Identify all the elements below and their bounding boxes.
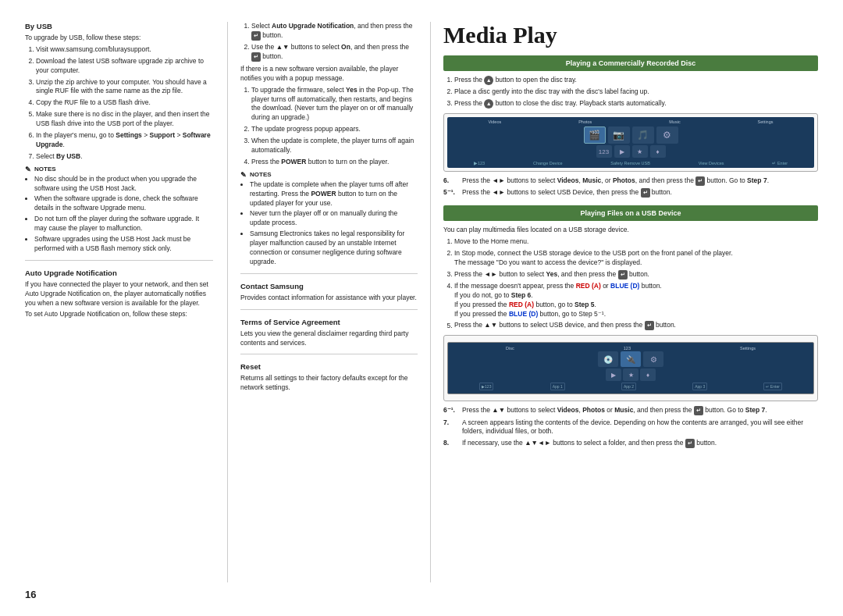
content-row: By USB To upgrade by USB, follow these s… <box>25 22 818 582</box>
label-music: Music <box>669 119 680 124</box>
popup-text: If there is a new software version avail… <box>240 65 418 84</box>
list-item: Move to the Home menu. <box>454 237 818 247</box>
separator <box>240 354 418 354</box>
top-steps: Select Auto Upgrade Notification, and th… <box>240 22 418 62</box>
label-settings: Settings <box>758 119 774 124</box>
left-column: By USB To upgrade by USB, follow these s… <box>25 22 228 582</box>
step-num-6: 6. <box>443 176 459 186</box>
bottom-item: ↵ Enter <box>772 161 788 166</box>
list-item: No disc should be in the product when yo… <box>34 175 213 194</box>
list-item: Visit www.samsung.com/bluraysupport. <box>36 45 213 55</box>
app1-icon: ▶ <box>606 369 621 381</box>
terms-body: Lets you view the general disclaimer reg… <box>240 329 418 348</box>
contact-samsung-title: Contact Samsung <box>240 282 418 290</box>
usb-labels-row: Disc 123 Settings <box>451 346 810 351</box>
list-item: Press the POWER button to turn on the pl… <box>251 158 418 167</box>
usb-bottom-bar: ▶123 App 1 App 2 App 3 ↵ Enter <box>451 383 810 390</box>
step-6-1: 6⁻¹. Press the ▲▼ buttons to select Vide… <box>443 406 818 415</box>
step-6-text: Press the ◄► buttons to select Videos, M… <box>462 176 769 186</box>
usb-device-banner: Playing Files on a USB Device <box>443 205 818 221</box>
contact-samsung-body: Provides contact information for assista… <box>240 294 418 303</box>
enter-button-icon: ↵ <box>251 52 261 62</box>
device-bottom-bar-1: ▶123 Change Device Safety Remove USB Vie… <box>450 161 812 166</box>
by-usb-steps: Visit www.samsung.com/bluraysupport. Dow… <box>25 45 213 162</box>
auto-upgrade-body2: To set Auto Upgrade Notification on, fol… <box>25 310 213 319</box>
device-labels-row: Videos Photos Music Settings <box>450 119 812 124</box>
list-item: Place a disc gently into the disc tray w… <box>454 87 818 97</box>
eject-button-icon: ▲ <box>484 76 493 85</box>
app1-icon: 123 <box>596 145 612 158</box>
step-61-text: Press the ▲▼ buttons to select Videos, P… <box>462 406 767 415</box>
list-item: Software upgrades using the USB Host Jac… <box>34 235 213 254</box>
app3-icon: ♦ <box>640 369 656 381</box>
label-videos: Videos <box>488 119 501 124</box>
music-icon: 🎵 <box>632 126 654 144</box>
auto-upgrade-title: Auto Upgrade Notification <box>25 269 213 277</box>
enter-button-icon: ↵ <box>618 270 628 280</box>
by-usb-intro: To upgrade by USB, follow these steps: <box>25 34 213 43</box>
usb-intro: You can play multimedia files located on… <box>443 226 818 235</box>
disc-icon: 💿 <box>598 351 618 367</box>
gear-icon: ⚙ <box>643 351 663 367</box>
list-item: Press the ▲ button to close the disc tra… <box>454 99 818 109</box>
reset-body: Returns all settings to their factory de… <box>240 374 418 393</box>
enter-button-icon: ↵ <box>694 406 703 415</box>
step-num-61: 6⁻¹. <box>443 406 459 415</box>
device-screen-display-1: Videos Photos Music Settings 🎬 📷 🎵 ⚙ 123… <box>447 117 814 168</box>
separator <box>25 260 213 261</box>
step-5-1: 5⁻¹. Press the ◄► buttons to select USB … <box>443 188 818 198</box>
enter-button-icon: ↵ <box>645 321 654 330</box>
usb-small-row: ▶ ★ ♦ <box>451 369 810 381</box>
notes-label: NOTES <box>240 171 418 179</box>
list-item: The update progress popup appears. <box>251 125 418 134</box>
bottom-item: Change Device <box>533 161 563 166</box>
list-item: Press the ▲▼ buttons to select USB devic… <box>454 321 818 330</box>
label-settings: Settings <box>740 346 756 351</box>
list-item: Press the ◄► button to select Yes, and t… <box>454 270 818 280</box>
photos-icon: 📷 <box>608 126 630 144</box>
list-item: Download the latest USB software upgrade… <box>36 57 213 76</box>
list-item: Select Auto Upgrade Notification, and th… <box>251 22 418 41</box>
bottom-item: View Devices <box>699 161 724 166</box>
commercially-recorded-banner: Playing a Commercially Recorded Disc <box>443 55 818 71</box>
step-6: 6. Press the ◄► buttons to select Videos… <box>443 176 818 186</box>
right-column: Media Play Playing a Commercially Record… <box>431 22 818 582</box>
bottom-item: ↵ Enter <box>763 383 781 390</box>
list-item: If the message doesn't appear, press the… <box>454 282 818 319</box>
list-item: Samsung Electronics takes no legal respo… <box>250 230 418 267</box>
device-icons-row: 🎬 📷 🎵 ⚙ <box>450 126 812 144</box>
device-screen-box-2: Disc 123 Settings 💿 🔌 ⚙ ▶ ★ ♦ <box>443 335 818 401</box>
list-item: In Stop mode, connect the USB storage de… <box>454 249 818 268</box>
label-photos: Photos <box>578 119 592 124</box>
page-number: 16 <box>25 582 818 600</box>
bottom-item: App 2 <box>621 383 636 390</box>
app3-icon: ★ <box>632 145 648 158</box>
device-screen-box-1: Videos Photos Music Settings 🎬 📷 🎵 ⚙ 123… <box>443 113 818 172</box>
step-num-7: 7. <box>443 418 459 437</box>
usb-icon: 🔌 <box>621 351 641 367</box>
reset-title: Reset <box>240 362 418 371</box>
list-item: Unzip the zip archive to your computer. … <box>36 78 213 97</box>
enter-button-icon: ↵ <box>685 439 695 448</box>
middle-column: Select Auto Upgrade Notification, and th… <box>228 22 431 582</box>
eject-button-icon: ▲ <box>484 99 493 109</box>
list-item: When the software upgrade is done, check… <box>34 194 213 213</box>
app2-icon: ▶ <box>614 145 630 158</box>
step-7-text: A screen appears listing the contents of… <box>462 418 818 437</box>
enter-button-icon: ↵ <box>251 31 261 41</box>
enter-button-icon: ↵ <box>641 188 650 198</box>
list-item: Do not turn off the player during the so… <box>34 215 213 233</box>
mid-notes: The update is complete when the player t… <box>240 180 418 267</box>
enter-button-icon: ↵ <box>695 176 705 186</box>
list-item: When the update is complete, the player … <box>251 137 418 155</box>
usb-screen-display: Disc 123 Settings 💿 🔌 ⚙ ▶ ★ ♦ <box>447 342 814 394</box>
bottom-item: Safety Remove USB <box>610 161 649 166</box>
step-51-text: Press the ◄► buttons to select USB Devic… <box>462 188 672 198</box>
bottom-item: App 1 <box>550 383 565 390</box>
step-8: 8. If necessary, use the ▲▼◄► buttons to… <box>443 439 818 448</box>
list-item: The update is complete when the player t… <box>250 180 418 208</box>
videos-icon: 🎬 <box>584 126 606 144</box>
list-item: In the player's menu, go to Settings > S… <box>36 131 213 150</box>
mid-top: Select Auto Upgrade Notification, and th… <box>240 22 418 267</box>
bottom-item: ▶123 <box>479 383 493 390</box>
